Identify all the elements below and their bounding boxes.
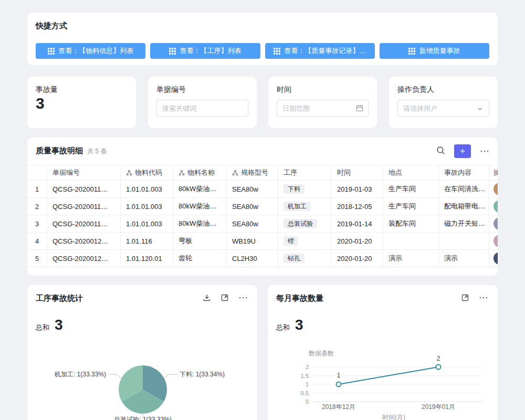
cell-doc-no: QCSG-2020011… [47, 198, 121, 215]
col-time[interactable]: 时间 [332, 165, 383, 180]
shortcut-view-accident-records-button[interactable]: 查看：【质量事故记录】… [265, 43, 375, 59]
cell-time: 2020-01-20 [332, 250, 383, 267]
grid-icon [169, 48, 176, 55]
cell-content: 在车间清洗… [439, 181, 489, 197]
leader-line [108, 374, 122, 379]
table-row[interactable]: 5 QCSG-2020012… 1.01.120.01 齿轮 CL2H30 钻孔… [27, 250, 498, 267]
more-icon[interactable]: ⋯ [479, 293, 488, 302]
col-operator[interactable]: 操作负责人 [489, 165, 498, 180]
x-tick: 2018年12月 [322, 403, 355, 411]
table-title: 质量事故明细 [36, 146, 83, 156]
shortcut-label: 新增质量事故 [419, 46, 460, 56]
x-tick: 2019年01月 [422, 403, 455, 411]
accident-count-card: 事故量 3 [27, 77, 136, 128]
cell-doc-no: QCSG-2020012… [47, 233, 121, 249]
row-index: 3 [27, 215, 47, 232]
col-material-name[interactable]: 物料名称 [173, 165, 227, 180]
col-material-code[interactable]: 物料代码 [121, 165, 173, 180]
shortcut-new-accident-button[interactable]: 新增质量事故 [380, 43, 489, 59]
relation-icon [178, 170, 185, 176]
data-point[interactable] [436, 365, 441, 370]
date-range-input[interactable] [277, 100, 369, 117]
process-tag: 下料 [284, 184, 304, 194]
record-count: 共 5 条 [87, 147, 107, 156]
avatar [494, 183, 498, 195]
cell-material-code: 1.01.01.003 [121, 198, 173, 215]
cell-spec: SEA80w [227, 198, 278, 215]
cell-spec: WB19U [227, 233, 278, 249]
cell-material-name: 80kW柴油… [173, 198, 227, 215]
y-tick: 1 [306, 381, 309, 387]
pie-card-actions: ⋯ [203, 293, 248, 302]
time-filter-card: 时间 [268, 77, 377, 128]
leader-line [164, 374, 177, 379]
dashboard: { "shortcuts": { "title": "快捷方式", "butto… [0, 0, 525, 420]
user-select[interactable] [397, 100, 489, 117]
cell-material-code: 1.01.120.01 [121, 250, 173, 267]
table-actions: + ⋯ [436, 144, 489, 158]
col-label: 物料名称 [187, 168, 215, 177]
pie-label-left: 机加工: 1(33.33%) [54, 371, 106, 378]
more-icon[interactable]: ⋯ [480, 146, 489, 156]
cell-spec: SEA80w [227, 181, 278, 197]
cell-doc-no: QCSG-2020011… [47, 181, 121, 197]
accident-count-label: 事故量 [36, 85, 58, 94]
col-content[interactable]: 事故内容 [439, 165, 489, 180]
col-location[interactable]: 地点 [383, 165, 439, 180]
relation-icon [232, 170, 238, 176]
doc-no-filter-card: 单据编号 [148, 77, 257, 128]
relation-icon [126, 170, 132, 176]
accident-table: 单据编号 物料代码 物料名称 规格型号 工序 时间 地点 事故内容 操作负责人 … [27, 165, 498, 267]
add-record-button[interactable]: + [454, 144, 471, 158]
col-process[interactable]: 工序 [278, 165, 332, 180]
more-icon[interactable]: ⋯ [238, 293, 248, 302]
process-tag: 镗 [284, 236, 298, 246]
process-tag: 总装试验 [284, 219, 317, 228]
table-row[interactable]: 2 QCSG-2020011… 1.01.01.003 80kW柴油… SEA8… [27, 198, 498, 215]
cell-process: 下料 [278, 181, 332, 197]
point-label: 1 [337, 372, 341, 379]
shortcut-label: 查看：【工序】列表 [180, 46, 241, 56]
total-label: 总和 [36, 323, 49, 332]
operator-filter-card: 操作负责人 [389, 77, 498, 128]
line-total: 总和 3 [276, 317, 303, 333]
cell-material-name: 80kW柴油… [173, 215, 227, 232]
shortcut-view-material-list-button[interactable]: 查看：【物料信息】列表 [36, 43, 145, 59]
col-label: 物料代码 [135, 168, 162, 177]
avatar [494, 200, 498, 213]
shortcut-view-process-list-button[interactable]: 查看：【工序】列表 [150, 43, 260, 59]
data-point[interactable] [337, 382, 341, 387]
table-row[interactable]: 3 QCSG-2020011… 1.01.01.003 80kW柴油… SEA8… [27, 215, 498, 233]
process-tag: 机加工 [284, 202, 311, 211]
time-label: 时间 [277, 85, 291, 94]
col-spec[interactable]: 规格型号 [227, 165, 278, 180]
cell-content: 磁力开关短… [439, 215, 489, 232]
cell-material-code: 1.01.01.003 [121, 181, 173, 197]
cell-doc-no: QCSG-2020011… [47, 215, 121, 232]
row-index: 1 [27, 181, 47, 197]
table-row[interactable]: 1 QCSG-2020011… 1.01.01.003 80kW柴油… SEA8… [27, 181, 498, 198]
cell-operator [489, 250, 498, 267]
cell-operator [489, 233, 498, 249]
table-header-row: 单据编号 物料代码 物料名称 规格型号 工序 时间 地点 事故内容 操作负责人 [27, 165, 498, 181]
cell-material-code: 1.01.01.003 [121, 215, 173, 232]
cell-spec: CL2H30 [227, 250, 278, 267]
cell-time: 2019-01-03 [332, 181, 383, 197]
col-doc-no[interactable]: 单据编号 [47, 165, 121, 180]
search-button[interactable] [436, 146, 445, 156]
doc-no-search-input[interactable] [156, 100, 248, 117]
table-row[interactable]: 4 QCSG-2020012… 1.01.116 弯板 WB19U 镗 2020… [27, 233, 498, 250]
cell-process: 镗 [278, 233, 332, 249]
process-accident-stats-card: 工序事故统计 ⋯ 总和 3 机加工: 1(33.33%) 下料: 1(33.34… [27, 285, 257, 420]
pie-total: 总和 3 [36, 317, 63, 333]
monthly-accident-card: 每月事故数量 ⋯ 总和 3 数据条数 2 1.5 1 0.5 0 1 2 201… [268, 285, 498, 420]
table-header-bar: 质量事故明细 共 5 条 [36, 146, 107, 156]
pie-card-title: 工序事故统计 [36, 293, 83, 303]
download-icon[interactable] [203, 293, 211, 302]
open-in-new-icon[interactable] [461, 293, 469, 302]
doc-no-label: 单据编号 [156, 85, 186, 94]
cell-time: 2019-01-14 [332, 215, 383, 232]
shortcuts-title: 快捷方式 [36, 21, 67, 31]
open-in-new-icon[interactable] [220, 293, 229, 302]
cell-location: 装配车间 [383, 215, 439, 232]
